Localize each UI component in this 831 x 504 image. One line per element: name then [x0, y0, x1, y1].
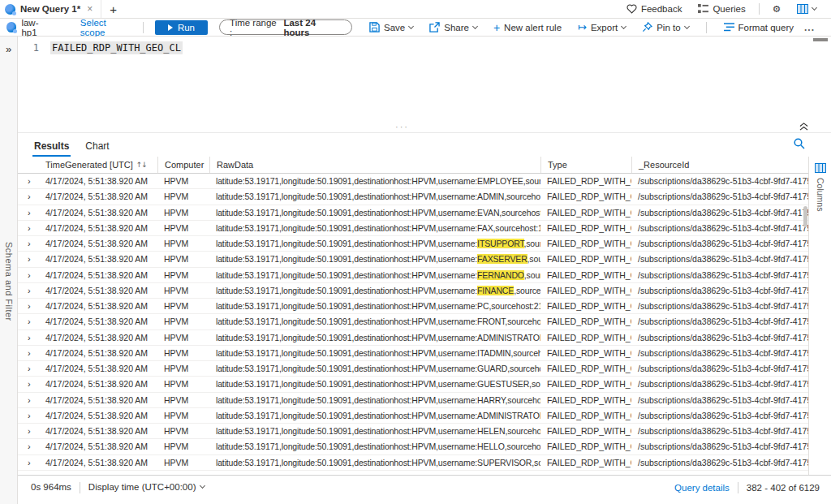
expand-row-icon[interactable]: › [18, 426, 39, 436]
gear-icon[interactable]: ⚙ [766, 3, 787, 15]
columns-panel-label[interactable]: Columns [816, 178, 825, 211]
save-button[interactable]: Save [364, 22, 419, 32]
computer-cell: HPVM [157, 286, 209, 295]
queries-button[interactable]: Queries [691, 4, 751, 14]
expand-row-icon[interactable]: › [18, 286, 39, 295]
display-time-label: Display time (UTC+00:00) [88, 482, 196, 492]
expand-row-icon[interactable]: › [18, 317, 39, 326]
column-header-timegenerated[interactable]: TimeGenerated [UTC] ↑↓ [39, 157, 157, 173]
columns-side-panel[interactable]: Columns [808, 157, 831, 475]
tab-chart[interactable]: Chart [77, 137, 117, 157]
table-row[interactable]: ›4/17/2024, 5:51:38.920 AMHPVMlatitude:5… [18, 346, 808, 361]
rawdata-prefix: latitude:53.19171,longitude:50.19091,des… [216, 301, 477, 311]
time-cell: 4/17/2024, 5:51:38.920 AM [39, 442, 157, 451]
run-button[interactable]: Run [155, 20, 208, 35]
new-tab-button[interactable]: + [101, 2, 125, 16]
table-row[interactable]: ›4/17/2024, 5:51:38.920 AMHPVMlatitude:5… [18, 174, 808, 189]
table-row[interactable]: ›4/17/2024, 5:51:38.920 AMHPVMlatitude:5… [18, 377, 808, 392]
editor-hscrollbar[interactable] [813, 38, 828, 41]
rawdata-username: HELLO [477, 442, 505, 451]
table-row[interactable]: ›4/17/2024, 5:51:38.920 AMHPVMlatitude:5… [18, 268, 808, 283]
schema-filter-panel-collapsed: » Schema and Filter [0, 37, 18, 504]
splitter-handle-icon[interactable]: ··· [395, 122, 409, 131]
rawdata-cell: latitude:53.19171,longitude:50.19091,des… [209, 395, 540, 405]
tab-new-query-1[interactable]: New Query 1* × [0, 0, 101, 18]
table-row[interactable]: ›4/17/2024, 5:51:38.920 AMHPVMlatitude:5… [18, 330, 808, 346]
sort-icons[interactable]: ↑↓ [136, 161, 147, 169]
table-row[interactable]: ›4/17/2024, 5:51:38.920 AMHPVMlatitude:5… [18, 205, 808, 221]
expand-row-icon[interactable]: › [18, 223, 39, 233]
expand-row-icon[interactable]: › [18, 192, 39, 201]
share-button[interactable]: Share [424, 22, 483, 32]
computer-cell: HPVM [157, 395, 209, 405]
expand-row-icon[interactable]: › [18, 379, 39, 389]
expand-row-icon[interactable]: › [18, 348, 39, 358]
new-alert-rule-button[interactable]: + New alert rule [488, 22, 567, 33]
table-row[interactable]: ›4/17/2024, 5:51:38.920 AMHPVMlatitude:5… [18, 299, 808, 314]
expand-row-icon[interactable]: › [18, 411, 39, 420]
expand-row-icon[interactable]: › [18, 239, 39, 248]
query-details-link[interactable]: Query details [674, 483, 730, 493]
expand-row-icon[interactable]: › [18, 395, 39, 405]
table-row[interactable]: ›4/17/2024, 5:51:38.920 AMHPVMlatitude:5… [18, 252, 808, 267]
time-range-picker[interactable]: Time range : Last 24 hours [219, 19, 352, 35]
layout-columns-button[interactable] [790, 4, 823, 14]
select-scope-link[interactable]: Select scope [80, 18, 131, 37]
pin-to-button[interactable]: Pin to [636, 22, 694, 32]
expand-row-icon[interactable]: › [18, 301, 39, 311]
display-time-dropdown[interactable]: Display time (UTC+00:00) [88, 482, 205, 492]
table-row[interactable]: ›4/17/2024, 5:51:38.920 AMHPVMlatitude:5… [18, 283, 808, 299]
share-icon [429, 22, 440, 32]
expand-row-icon[interactable]: › [18, 254, 39, 264]
type-cell: FAILED_RDP_WITH_GEO_CL [540, 270, 631, 280]
time-cell: 4/17/2024, 5:51:38.920 AM [39, 379, 157, 389]
more-options-icon[interactable]: ... [804, 22, 825, 33]
expand-row-icon[interactable]: › [18, 364, 39, 373]
table-row[interactable]: ›4/17/2024, 5:51:38.920 AMHPVMlatitude:5… [18, 393, 808, 408]
query-editor[interactable]: 1 FAILED_RDP_WITH_GEO_CL [18, 37, 831, 121]
table-row[interactable]: ›4/17/2024, 5:51:38.920 AMHPVMlatitude:5… [18, 189, 808, 205]
resourceid-cell: /subscriptions/da38629c-51b3-4cbf-9fd7-4… [631, 364, 808, 373]
time-cell: 4/17/2024, 5:51:38.920 AM [39, 176, 157, 186]
expand-row-icon[interactable]: › [18, 333, 39, 342]
column-header-computer[interactable]: Computer [157, 157, 209, 173]
time-cell: 4/17/2024, 5:51:38.920 AM [39, 208, 157, 218]
column-header-rawdata[interactable]: RawData [209, 157, 540, 173]
expand-row-icon[interactable]: › [18, 458, 39, 467]
query-text[interactable]: FAILED_RDP_WITH_GEO_CL [50, 41, 183, 54]
schema-filter-label[interactable]: Schema and Filter [4, 242, 14, 321]
status-bar: 0s 964ms Display time (UTC+00:00) Query … [18, 475, 831, 504]
heart-icon [626, 4, 637, 14]
queries-icon [698, 4, 708, 14]
tab-results[interactable]: Results [26, 137, 77, 157]
table-row[interactable]: ›4/17/2024, 5:51:38.920 AMHPVMlatitude:5… [18, 408, 808, 424]
close-icon[interactable]: × [85, 3, 94, 15]
expand-row-icon[interactable]: › [18, 442, 39, 451]
table-vscrollbar[interactable] [803, 206, 807, 227]
expand-row-icon[interactable]: › [18, 270, 39, 280]
table-row[interactable]: ›4/17/2024, 5:51:38.920 AMHPVMlatitude:5… [18, 455, 808, 471]
panel-splitter[interactable]: ··· [18, 121, 831, 133]
expand-panel-icon[interactable]: » [6, 43, 11, 55]
table-row[interactable]: ›4/17/2024, 5:51:38.920 AMHPVMlatitude:5… [18, 424, 808, 439]
table-row[interactable]: ›4/17/2024, 5:51:38.920 AMHPVMlatitude:5… [18, 236, 808, 252]
rawdata-prefix: latitude:53.19171,longitude:50.19091,des… [216, 411, 477, 420]
table-row[interactable]: ›4/17/2024, 5:51:38.920 AMHPVMlatitude:5… [18, 221, 808, 236]
resourceid-cell: /subscriptions/da38629c-51b3-4cbf-9fd7-4… [631, 379, 808, 389]
resourceid-cell: /subscriptions/da38629c-51b3-4cbf-9fd7-4… [631, 317, 808, 326]
expand-row-icon[interactable]: › [18, 176, 39, 186]
feedback-button[interactable]: Feedback [620, 4, 689, 14]
computer-cell: HPVM [157, 223, 209, 233]
table-row[interactable]: ›4/17/2024, 5:51:38.920 AMHPVMlatitude:5… [18, 361, 808, 377]
type-cell: FAILED_RDP_WITH_GEO_CL [540, 254, 631, 264]
column-header-resourceid[interactable]: _ResourceId [631, 157, 808, 173]
collapse-editor-icon[interactable] [799, 122, 808, 133]
format-query-button[interactable]: Format query [718, 23, 799, 32]
workspace-name: law-hp1 [21, 18, 52, 37]
expand-row-icon[interactable]: › [18, 208, 39, 218]
table-row[interactable]: ›4/17/2024, 5:51:38.920 AMHPVMlatitude:5… [18, 314, 808, 330]
table-row[interactable]: ›4/17/2024, 5:51:38.920 AMHPVMlatitude:5… [18, 439, 808, 454]
column-header-type[interactable]: Type [540, 157, 631, 173]
export-button[interactable]: ↦ Export [572, 22, 631, 32]
search-icon[interactable] [794, 138, 805, 152]
